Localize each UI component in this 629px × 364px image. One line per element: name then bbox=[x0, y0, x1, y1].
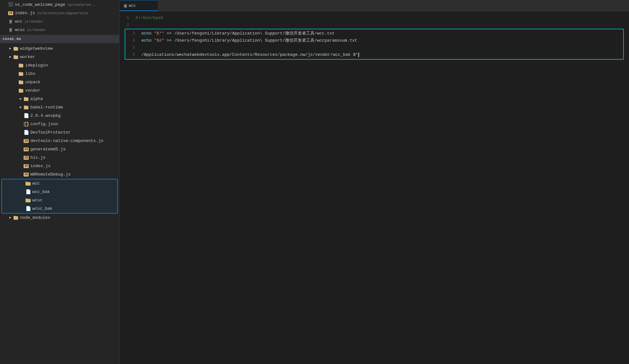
line-number-3: 3 bbox=[125, 30, 141, 37]
chevron-spacer bbox=[18, 113, 23, 118]
folder-icon bbox=[23, 105, 29, 110]
tree-item-vendor[interactable]: vendor bbox=[0, 86, 119, 95]
chevron-spacer bbox=[18, 155, 23, 160]
tree-label-index-js: index.js bbox=[30, 163, 50, 170]
code-line-3: 3 echo "$*" >> /Users/fengshi/Library/Ap… bbox=[125, 30, 623, 37]
chevron-spacer bbox=[20, 189, 25, 195]
folder-icon bbox=[18, 88, 24, 94]
chevron-icon bbox=[3, 27, 8, 33]
tree-label-wcc: wcc bbox=[32, 180, 40, 187]
chevron-right-icon: ▶ bbox=[18, 105, 23, 110]
chevron-icon bbox=[3, 11, 8, 16]
chevron-spacer bbox=[18, 138, 23, 144]
chevron-right-icon: ▶ bbox=[18, 96, 23, 102]
tab-path-vscode: /private/va... bbox=[67, 1, 97, 8]
tree-label-wcsc: wcsc bbox=[32, 197, 42, 204]
chevron-spacer bbox=[20, 181, 25, 186]
tree-item-devtools-native[interactable]: JS devtools-native-components.js bbox=[0, 137, 119, 145]
highlighted-group: wcc 📄 wcc_bak wcsc 📄 wcsc_bak bbox=[1, 179, 118, 214]
chevron-spacer bbox=[18, 164, 23, 169]
folder-open-icon bbox=[25, 197, 31, 203]
tree-item-devtoolprotector[interactable]: 📄 DevToolProtector bbox=[0, 128, 119, 137]
chevron-right-icon: ▶ bbox=[8, 46, 13, 51]
folder-icon bbox=[23, 96, 29, 102]
tree-item-widgetwebview[interactable]: ▶ widgetwebview bbox=[0, 45, 119, 53]
code-selection-box: 3 echo "$*" >> /Users/fengshi/Library/Ap… bbox=[125, 29, 624, 60]
chevron-spacer bbox=[18, 172, 23, 177]
file-icon: 📄 bbox=[25, 189, 31, 195]
js-icon: JS bbox=[23, 155, 29, 161]
tree-item-ideplugin[interactable]: ideplugin bbox=[0, 61, 119, 70]
tree-label-alpha: alpha bbox=[30, 96, 43, 103]
tree-label-worker: worker bbox=[20, 54, 35, 61]
tree-item-hls[interactable]: JS hls.js bbox=[0, 154, 119, 162]
line-number-1: 1 bbox=[119, 15, 136, 22]
chevron-right-icon: ▶ bbox=[8, 55, 13, 60]
folder-icon bbox=[18, 63, 24, 68]
tree-item-index-js[interactable]: JS index.js bbox=[0, 162, 119, 170]
folder-icon bbox=[13, 54, 19, 60]
chevron-icon bbox=[3, 19, 8, 24]
tree-label-node-modules: node_modules bbox=[20, 214, 50, 221]
code-line-5: 5 bbox=[125, 44, 623, 51]
chevron-spacer bbox=[20, 198, 25, 203]
tree-label-waremotedebug: WARemoteDebug.js bbox=[30, 171, 71, 178]
tree-item-alpha[interactable]: ▶ alpha bbox=[0, 95, 119, 103]
tree-label-ideplugin: ideplugin bbox=[25, 62, 48, 69]
tree-label-babel: babel-runtime bbox=[30, 104, 63, 111]
tab-index-js[interactable]: JS index.js js/extensions/appservice bbox=[0, 9, 119, 17]
tree-item-wcsc-bak[interactable]: 📄 wcsc_bak bbox=[2, 205, 117, 213]
tree-item-worker[interactable]: ▶ worker bbox=[0, 53, 119, 61]
tree-item-babel-runtime[interactable]: ▶ babel-runtime bbox=[0, 103, 119, 112]
tree-label-wxvpkg: 2.0.4.wxvpkg bbox=[30, 112, 61, 119]
tree-item-generatemd5[interactable]: JS generatemd5.js bbox=[0, 145, 119, 154]
line-number-4: 4 bbox=[125, 37, 141, 44]
tree-item-libs[interactable]: libs bbox=[0, 70, 119, 78]
file-icon: 📄 bbox=[25, 206, 31, 212]
tab-wcc[interactable]: ≡ wcc js/vendor bbox=[0, 17, 119, 26]
folder-open-icon bbox=[25, 181, 31, 187]
code-line-4: 4 echo "$#" >> /Users/fengshi/Library/Ap… bbox=[125, 37, 623, 44]
tree-label-unpack: unpack bbox=[25, 79, 40, 86]
tree-item-node-modules[interactable]: ▶ node_modules bbox=[0, 214, 119, 222]
folder-icon bbox=[13, 46, 19, 52]
tab-wcc-label: wcc bbox=[129, 4, 136, 8]
file-explorer: ▶ widgetwebview ▶ worker ideplugin bbox=[0, 43, 119, 364]
tree-item-wcc-bak[interactable]: 📄 wcc_bak bbox=[2, 188, 117, 196]
editor-content[interactable]: 1 #!/bin/bash 2 3 echo "$*" >> /Users/fe… bbox=[119, 11, 629, 364]
code-line-2: 2 bbox=[119, 22, 629, 29]
tree-label-wcc-bak: wcc_bak bbox=[32, 188, 50, 196]
editor-tab-wcc[interactable]: ≡ wcc bbox=[119, 0, 158, 11]
js-icon: JS bbox=[23, 147, 29, 152]
tree-item-wcc[interactable]: wcc bbox=[2, 179, 117, 188]
chevron-spacer bbox=[13, 71, 18, 76]
chevron-spacer bbox=[13, 63, 18, 68]
wcsc-icon: ≡ bbox=[8, 27, 14, 33]
line-number-5: 5 bbox=[125, 44, 141, 51]
line-number-6: 6 bbox=[125, 51, 141, 58]
tree-item-waremotedebug[interactable]: JS WARemoteDebug.js bbox=[0, 170, 119, 179]
code-line-1: 1 #!/bin/bash bbox=[119, 15, 629, 22]
editor-tabs: ≡ wcc bbox=[119, 0, 629, 11]
folder-icon bbox=[13, 215, 19, 221]
js-icon: JS bbox=[23, 163, 29, 169]
chevron-spacer bbox=[13, 80, 18, 85]
tab-label-index: index.js bbox=[15, 10, 35, 17]
section-header: CKAGE.NW bbox=[0, 35, 119, 43]
json-icon: {} bbox=[23, 121, 29, 127]
tree-item-config-json[interactable]: {} config.json bbox=[0, 120, 119, 128]
folder-icon bbox=[18, 71, 24, 77]
open-editors-tabs: ⬛ vs_code_welcome_page /private/va... JS… bbox=[0, 0, 119, 35]
tab-vs-code-welcome[interactable]: ⬛ vs_code_welcome_page /private/va... bbox=[0, 1, 119, 9]
chevron-right-icon: ▶ bbox=[8, 215, 13, 220]
tree-item-unpack[interactable]: unpack bbox=[0, 78, 119, 86]
tab-wcsc[interactable]: ≡ wcsc js/vendor bbox=[0, 26, 119, 34]
tab-label-vscode: vs_code_welcome_page bbox=[15, 1, 65, 8]
tree-label-libs: libs bbox=[25, 70, 35, 77]
tab-label-wcsc: wcsc bbox=[15, 26, 25, 34]
tree-item-wcsc[interactable]: wcsc bbox=[2, 196, 117, 205]
chevron-spacer bbox=[20, 206, 25, 211]
file-icon: 📄 bbox=[23, 130, 29, 136]
tree-label-widgetwebview: widgetwebview bbox=[20, 45, 53, 52]
tree-item-wxvpkg[interactable]: 📄 2.0.4.wxvpkg bbox=[0, 112, 119, 120]
